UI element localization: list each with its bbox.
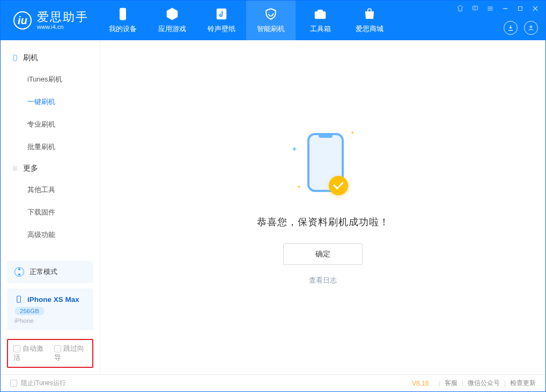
refresh-shield-icon: [264, 7, 278, 21]
tab-label: 爱思商城: [356, 24, 383, 34]
svg-rect-0: [120, 8, 126, 20]
svg-point-4: [530, 26, 532, 28]
phone-notch: [319, 135, 333, 138]
tab-ring-wallpaper[interactable]: 铃声壁纸: [197, 1, 246, 40]
sparkle-icon: ✦: [291, 145, 298, 153]
sidebar-item-onekey-flash[interactable]: 一键刷机: [1, 91, 100, 113]
device-name: iPhone XS Max: [27, 295, 79, 304]
mode-box[interactable]: 正常模式: [7, 261, 93, 283]
main-pane: ✦ ✦ ✦ 恭喜您，保资料刷机成功啦！ 确定 查看日志: [100, 40, 545, 374]
brand-logo-icon: iu: [13, 11, 32, 29]
cube-icon: [165, 7, 179, 21]
list-icon: [11, 165, 19, 172]
maximize-button[interactable]: [515, 4, 525, 13]
ok-button[interactable]: 确定: [283, 243, 363, 265]
checkbox-auto-activate[interactable]: 自动激活: [13, 344, 47, 363]
separator: |: [439, 380, 440, 387]
brand-subtitle: www.i4.cn: [37, 24, 88, 30]
tab-smart-flash[interactable]: 智能刷机: [246, 1, 296, 40]
svg-rect-2: [315, 12, 326, 19]
footer-link-wechat[interactable]: 微信公众号: [468, 379, 500, 388]
brand-title: 爱思助手: [37, 11, 88, 24]
checkbox-skip-guide[interactable]: 跳过向导: [54, 344, 87, 363]
device-box[interactable]: iPhone XS Max 256GB iPhone: [7, 289, 93, 330]
bag-icon: [363, 7, 377, 21]
sidebar-item-advanced[interactable]: 高级功能: [1, 224, 100, 246]
footer-right: V8.16 | 客服 | 微信公众号 | 检查更新: [412, 379, 536, 388]
brand-logo: iu 爱思助手 www.i4.cn: [1, 11, 98, 30]
tab-label: 工具箱: [310, 24, 331, 34]
brand-text: 爱思助手 www.i4.cn: [37, 11, 88, 30]
header-tabs: 我的设备 应用游戏 铃声壁纸 智能刷机 工具箱 爱思商城: [98, 1, 394, 40]
tab-toolbox[interactable]: 工具箱: [296, 1, 345, 40]
mode-icon: [14, 267, 24, 277]
svg-rect-1: [217, 9, 226, 19]
svg-rect-3: [318, 10, 323, 12]
checkbox-icon: [10, 380, 17, 387]
feedback-icon[interactable]: [470, 4, 480, 13]
header-right-icons: [504, 21, 538, 35]
tab-app-game[interactable]: 应用游戏: [147, 1, 197, 40]
music-icon: [215, 7, 228, 21]
separator: |: [462, 380, 463, 387]
phone-outline-icon: [11, 54, 19, 62]
sidebar-cat-label: 刷机: [23, 53, 38, 63]
tshirt-icon[interactable]: [455, 4, 465, 13]
sidebar-item-itunes-flash[interactable]: iTunes刷机: [1, 68, 100, 91]
menu-icon[interactable]: [485, 4, 495, 13]
sidebar-cat-label: 更多: [23, 164, 38, 173]
tab-my-device[interactable]: 我的设备: [98, 1, 147, 40]
sidebar-item-batch-flash[interactable]: 批量刷机: [1, 136, 100, 158]
sidebar-item-other-tools[interactable]: 其他工具: [1, 179, 100, 201]
sidebar-cat-more: 更多: [1, 158, 100, 179]
toolbox-icon: [313, 7, 327, 21]
svg-rect-5: [473, 6, 477, 10]
footer-link-support[interactable]: 客服: [445, 379, 458, 388]
svg-rect-15: [13, 55, 17, 61]
sparkle-icon: ✦: [350, 130, 355, 136]
sparkle-icon: ✦: [297, 184, 301, 190]
tab-label: 应用游戏: [158, 24, 186, 34]
options-highlight-box: 自动激活 跳过向导: [7, 339, 93, 368]
checkbox-block-itunes[interactable]: 阻止iTunes运行: [10, 379, 66, 388]
device-capacity: 256GB: [14, 307, 45, 315]
header-bar: iu 爱思助手 www.i4.cn 我的设备 应用游戏 铃声壁纸 智能刷机: [1, 1, 545, 40]
sidebar: 刷机 iTunes刷机 一键刷机 专业刷机 批量刷机 更多 其他工具 下载固件 …: [1, 40, 100, 374]
device-type: iPhone: [14, 317, 86, 324]
sidebar-cat-flash: 刷机: [1, 48, 100, 68]
footer-left: 阻止iTunes运行: [10, 379, 66, 388]
checkbox-label: 阻止iTunes运行: [21, 379, 66, 387]
tab-label: 铃声壁纸: [208, 24, 235, 34]
tab-store[interactable]: 爱思商城: [345, 1, 394, 40]
app-window: iu 爱思助手 www.i4.cn 我的设备 应用游戏 铃声壁纸 智能刷机: [0, 0, 546, 392]
window-controls: [455, 4, 540, 13]
sidebar-item-pro-flash[interactable]: 专业刷机: [1, 113, 100, 136]
device-small-icon: [14, 295, 23, 304]
view-log-link[interactable]: 查看日志: [309, 276, 337, 285]
checkbox-icon: [54, 345, 61, 352]
footer-bar: 阻止iTunes运行 V8.16 | 客服 | 微信公众号 | 检查更新: [1, 374, 545, 391]
checkbox-icon: [13, 345, 20, 352]
mode-label: 正常模式: [29, 267, 57, 277]
tab-label: 智能刷机: [257, 24, 285, 34]
body: 刷机 iTunes刷机 一键刷机 专业刷机 批量刷机 更多 其他工具 下载固件 …: [1, 40, 545, 374]
sidebar-item-download-fw[interactable]: 下载固件: [1, 201, 100, 224]
separator: |: [504, 380, 506, 387]
footer-link-check-update[interactable]: 检查更新: [510, 379, 536, 388]
success-message: 恭喜您，保资料刷机成功啦！: [257, 216, 389, 228]
minimize-button[interactable]: [500, 4, 510, 13]
sidebar-scroll: 刷机 iTunes刷机 一键刷机 专业刷机 批量刷机 更多 其他工具 下载固件 …: [1, 40, 100, 255]
svg-rect-19: [17, 296, 21, 302]
version-label: V8.16: [412, 380, 429, 387]
svg-rect-12: [519, 7, 522, 11]
tab-label: 我的设备: [109, 24, 137, 34]
user-icon[interactable]: [524, 21, 538, 35]
close-button[interactable]: [530, 4, 540, 13]
device-icon: [116, 7, 130, 21]
download-icon[interactable]: [504, 21, 518, 35]
success-illustration: ✦ ✦ ✦: [293, 130, 352, 199]
check-badge-icon: [329, 176, 348, 195]
